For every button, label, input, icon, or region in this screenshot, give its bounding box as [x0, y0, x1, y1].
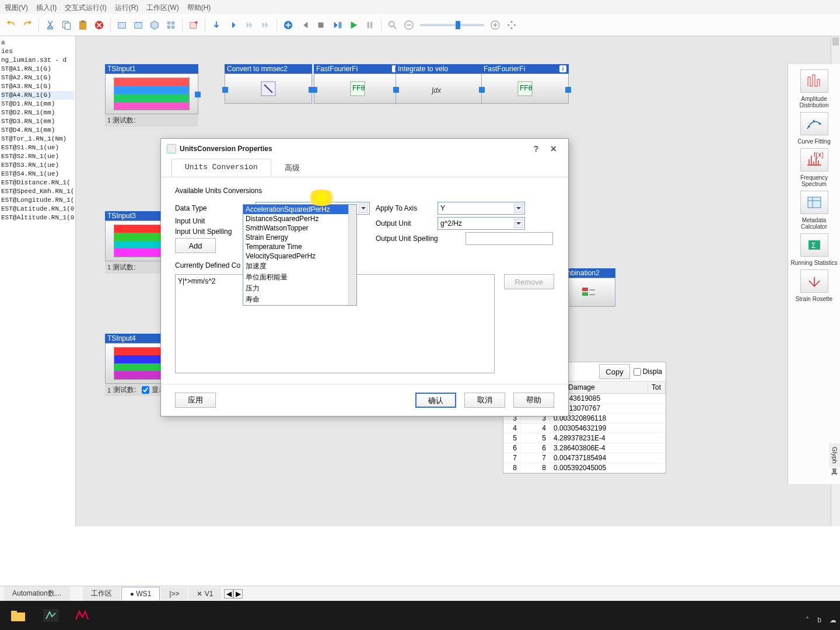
dropdown-scrollbar[interactable] — [348, 205, 356, 305]
cut-icon[interactable] — [43, 18, 58, 33]
node-fft2[interactable]: FastFourierFii FFθ — [481, 64, 569, 104]
tree-item[interactable]: a — [1, 38, 74, 47]
tree-item[interactable]: ST@D3.RN_1(mm) — [1, 117, 74, 126]
show-checkbox[interactable] — [142, 386, 149, 394]
paste-icon[interactable] — [75, 18, 90, 33]
tool-runstats[interactable]: Σ — [800, 233, 828, 257]
menu-insert[interactable]: 插入(I) — [36, 3, 57, 11]
close-icon[interactable]: ✕ — [545, 144, 562, 153]
cancel-button[interactable]: 取消 — [464, 393, 505, 408]
node-integrate[interactable]: Integrate to velo ∫dx — [396, 64, 483, 104]
add-button[interactable]: Add — [175, 238, 216, 253]
zoom-icon[interactable] — [385, 18, 400, 33]
tree-item[interactable]: EST@S3.RN_1(ue) — [1, 161, 74, 170]
tab-workspace[interactable]: 工作区 — [83, 586, 120, 601]
box2-icon[interactable] — [131, 18, 146, 33]
menu-interactive-run[interactable]: 交互式运行(I) — [65, 3, 106, 11]
tab-units-conversion[interactable]: Units Conversion — [172, 159, 271, 177]
tree-item[interactable]: ST@A2.RN_1(G) — [1, 74, 74, 82]
output-spelling-input[interactable] — [466, 232, 553, 245]
tree-item[interactable]: ies — [1, 47, 74, 56]
tree-item-selected[interactable]: ST@A4.RN_1(G) — [1, 91, 74, 100]
dropdown-option[interactable]: AccelerationSquaredPerHz — [243, 205, 356, 214]
taskbar-ncode[interactable] — [36, 604, 65, 627]
step2-icon[interactable] — [242, 18, 257, 33]
play-icon[interactable] — [346, 18, 361, 33]
chevron-down-icon[interactable] — [514, 219, 523, 228]
move-icon[interactable] — [504, 18, 519, 33]
apply-axis-combo[interactable]: Y — [438, 202, 525, 215]
tree-item[interactable]: EST@S4.RN_1(ue) — [1, 170, 74, 178]
output-unit-combo[interactable]: g^2/Hz — [438, 217, 525, 230]
tree-item[interactable]: EST@S1.RN_1(ue) — [1, 144, 74, 152]
fast-fwd-icon[interactable] — [258, 18, 273, 33]
dropdown-option[interactable]: Strain Energy — [243, 233, 356, 242]
tree-item[interactable]: ST@D2.RN_1(mm) — [1, 108, 74, 117]
tray-cloud-icon[interactable]: ☁ — [830, 616, 836, 624]
channel-tree[interactable]: a ies ng_lumian.s3t - d ST@A1.RN_1(G) ST… — [0, 36, 76, 526]
apply-button[interactable]: 应用 — [175, 393, 216, 408]
undo-icon[interactable] — [4, 18, 19, 33]
tree-item[interactable]: EST@Altitude.RN_1(0 — [1, 214, 74, 222]
zoom-in-icon[interactable] — [488, 18, 503, 33]
redo-icon[interactable] — [20, 18, 35, 33]
tree-item[interactable]: ST@D4.RN_1(mm) — [1, 126, 74, 135]
menu-view[interactable]: 视图(V) — [5, 3, 28, 11]
tree-item[interactable]: ST@Tor_1.RN_1(Nm) — [1, 135, 74, 144]
display-checkbox[interactable] — [634, 368, 641, 376]
tab-v1[interactable]: ✕ V1 — [188, 587, 221, 600]
dropdown-option[interactable]: Temperature Time — [243, 242, 356, 251]
taskbar-wps[interactable] — [69, 604, 98, 627]
dropdown-option[interactable]: DistanceSquaredPerHz — [243, 214, 356, 223]
tab-advanced[interactable]: 高级 — [271, 159, 313, 177]
pause-icon[interactable] — [362, 18, 377, 33]
tree-item[interactable]: EST@Speed_Kmh.RN_1( — [1, 187, 74, 196]
remove-button[interactable]: Remove — [504, 274, 554, 289]
dropdown-option[interactable]: 单位面积能量 — [243, 272, 356, 283]
zoom-out-icon[interactable] — [401, 18, 416, 33]
dropdown-option[interactable]: VelocitySquaredPerHz — [243, 251, 356, 261]
copy-icon[interactable] — [59, 18, 74, 33]
node-fft1[interactable]: FastFourierFii FFθ — [314, 64, 401, 104]
glyph-side-tab[interactable]: Glyph工具 — [829, 443, 840, 467]
tool-curvefit[interactable] — [800, 112, 828, 135]
tree-item[interactable]: ST@D1.RN_1(mm) — [1, 100, 74, 108]
copy-button[interactable]: Copy — [599, 364, 629, 379]
tool-freqspec[interactable]: f(x) — [800, 148, 828, 172]
tool-metadata[interactable] — [800, 191, 828, 214]
ok-button[interactable]: 确认 — [415, 393, 456, 408]
tree-item[interactable]: EST@S2.RN_1(ue) — [1, 152, 74, 161]
dropdown-option[interactable]: 寿命 — [243, 294, 356, 305]
tab-nav-right[interactable]: ▶ — [233, 589, 243, 598]
chevron-down-icon[interactable] — [359, 204, 368, 213]
skip-back-icon[interactable] — [297, 18, 312, 33]
tray-up-icon[interactable]: ˄ — [806, 616, 809, 624]
tool-strainrosette[interactable] — [800, 270, 828, 293]
tree-item[interactable]: ST@A3.RN_1(G) — [1, 82, 74, 91]
tree-item[interactable]: EST@Latitude.RN_1(0 — [1, 205, 74, 214]
node-tsinput1[interactable]: TSInput1 1 测试数: — [105, 64, 198, 127]
tab-nav-left[interactable]: ◀ — [224, 589, 233, 598]
cube-icon[interactable] — [147, 18, 162, 33]
help-button[interactable]: 帮助 — [513, 393, 554, 408]
help-icon[interactable]: ? — [527, 144, 545, 153]
zoom-slider[interactable] — [420, 24, 484, 26]
remove-box-icon[interactable] — [186, 18, 201, 33]
tray-bing-icon[interactable]: b — [817, 616, 821, 624]
node-combination2[interactable]: mbination2 — [563, 268, 615, 307]
dropdown-option[interactable]: 加速度 — [243, 261, 356, 272]
stop-icon[interactable] — [313, 18, 328, 33]
tree-item[interactable]: EST@Distance.RN_1( — [1, 178, 74, 187]
delete-icon[interactable] — [92, 18, 107, 33]
info-icon[interactable]: i — [559, 65, 566, 72]
chevron-down-icon[interactable] — [514, 204, 523, 213]
step-icon[interactable] — [225, 18, 240, 33]
data-type-dropdown[interactable]: AccelerationSquaredPerHz DistanceSquared… — [243, 204, 357, 306]
tab-ws1[interactable]: ● WS1 — [121, 587, 160, 600]
node-convert[interactable]: Convert to mmsec2 — [225, 64, 312, 104]
tree-item[interactable]: ST@A1.RN_1(G) — [1, 65, 74, 74]
box1-icon[interactable] — [114, 18, 130, 33]
tool-amplitude[interactable] — [800, 69, 828, 93]
taskbar-explorer[interactable] — [4, 604, 33, 627]
tree-item[interactable]: EST@Longitude.RN_1( — [1, 196, 74, 205]
